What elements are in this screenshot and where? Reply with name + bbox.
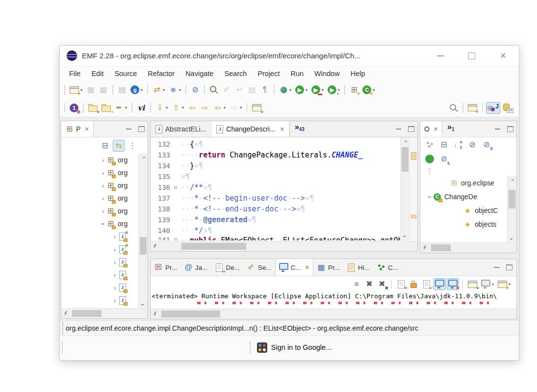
console-tab-de[interactable]: ➔De... <box>211 259 244 276</box>
dropdown-arrow-icon[interactable]: ▾ <box>289 88 291 92</box>
run-button[interactable]: ▶▾ <box>294 84 309 96</box>
back-button[interactable]: ⇦▾ <box>212 102 227 114</box>
console-tab-se[interactable]: ✐Se... <box>243 259 275 276</box>
dropdown-arrow-icon[interactable]: ▾ <box>125 105 127 110</box>
save-button[interactable]: ▦ <box>85 84 97 96</box>
minimize-view-button[interactable] <box>396 129 401 130</box>
menu-help[interactable]: Help <box>345 70 371 78</box>
tree-item[interactable]: ›⊞org <box>61 217 139 230</box>
fold-icon[interactable]: ⊖ <box>170 184 181 191</box>
save-all-button[interactable]: ▩ <box>98 84 109 96</box>
code-line[interactable]: 136⊖··/**¤¶ <box>151 182 401 193</box>
git-perspective-button[interactable]: GIT <box>501 102 513 114</box>
tree-item[interactable]: ›J <box>61 256 139 268</box>
code-line[interactable]: 140···*/¤¶ <box>151 225 401 236</box>
show-stdout-button[interactable] <box>434 278 446 290</box>
close-icon[interactable]: ✕ <box>84 126 89 132</box>
vertical-scrollbar[interactable]: › › <box>138 154 148 309</box>
close-icon[interactable]: ✕ <box>280 126 284 132</box>
open-resource-button[interactable]: ● <box>87 102 99 114</box>
chevron-collapsed-icon[interactable]: › <box>100 157 106 164</box>
google-button[interactable]: g▾ <box>129 84 144 96</box>
dropdown-arrow-icon[interactable]: ▾ <box>182 105 184 110</box>
clear-console-button[interactable]: ✕ <box>395 278 407 290</box>
profile-button[interactable]: ▶▪▾ <box>326 84 341 96</box>
outline-tree[interactable]: ⊞org.eclipse›CChangeDe◆objectC◆objects <box>420 176 508 243</box>
scrollbar-thumb[interactable] <box>72 310 102 317</box>
scrollbar-thumb[interactable] <box>181 243 246 250</box>
open-task-button[interactable]: ▪ <box>100 102 112 114</box>
vrapper-toggle[interactable]: vi <box>135 102 147 114</box>
menu-navigate[interactable]: Navigate <box>180 70 219 78</box>
chevron-collapsed-icon[interactable]: › <box>100 208 106 215</box>
sort-button[interactable]: ↓az <box>452 139 464 151</box>
link-with-editor-button[interactable]: ⇆ <box>113 140 125 152</box>
tree-item[interactable]: ›⊞org <box>61 205 139 217</box>
scroll-down-icon[interactable]: › <box>508 235 516 243</box>
debug-button[interactable]: ▾ <box>278 84 293 96</box>
dropdown-arrow-icon[interactable]: ▾ <box>179 88 181 92</box>
google-signin-button[interactable]: Sign in to Google... <box>247 341 332 353</box>
scrollbar-thumb[interactable] <box>402 147 409 172</box>
console-tab-pr[interactable]: ☒Pr... <box>151 259 180 276</box>
generate-button[interactable]: C✦▾ <box>361 84 376 96</box>
chevron-expanded-icon[interactable]: › <box>426 193 434 200</box>
focus-button[interactable] <box>424 139 435 151</box>
scroll-down-icon[interactable]: › <box>401 233 409 241</box>
chevron-collapsed-icon[interactable]: › <box>111 297 118 304</box>
tree-item[interactable]: ›CChangeDe <box>420 190 508 204</box>
menu-refactor[interactable]: Refactor <box>142 70 180 78</box>
dropdown-arrow-icon[interactable]: ▾ <box>224 105 226 110</box>
console-tab-ja[interactable]: @Ja... <box>180 259 211 276</box>
tree-item[interactable]: ◆objects <box>420 217 508 231</box>
fold-icon[interactable]: ⊖ <box>170 236 181 240</box>
horizontal-scrollbar[interactable]: › › <box>151 309 516 319</box>
maximize-view-button[interactable] <box>507 126 513 132</box>
scroll-right-icon[interactable]: › <box>61 309 69 317</box>
package-explorer-tree[interactable]: ›⊞org›⊞org›⊞org›⊞org›⊞org›⊞org›JA›JA›J›J… <box>61 154 139 309</box>
team-sync-button[interactable]: ⇄▾ <box>151 84 166 96</box>
menu-edit[interactable]: Edit <box>86 70 109 78</box>
chevron-collapsed-icon[interactable]: › <box>111 284 118 291</box>
chevron-expanded-icon[interactable]: › <box>100 220 107 227</box>
tree-item[interactable]: ›JA <box>61 230 139 243</box>
remove-launch-button[interactable]: ✖ <box>363 278 375 290</box>
scroll-up-icon[interactable]: › <box>508 176 516 184</box>
collapse-all-button[interactable]: ⊟ <box>438 139 450 151</box>
link-with-editor-doc-button[interactable]: ↩ <box>233 84 245 96</box>
tree-item[interactable]: ›⊞org <box>61 179 139 192</box>
minimize-view-button[interactable] <box>495 129 500 130</box>
tree-item[interactable]: ›⊞org <box>61 154 139 166</box>
console-tab-pr[interactable]: ▦Pr... <box>313 259 343 276</box>
code-line[interactable]: 138···*·<!--·end-user-doc·-->¤¶ <box>151 204 401 214</box>
chevron-collapsed-icon[interactable]: › <box>111 246 118 253</box>
collapse-all-button[interactable]: ⊟ <box>99 140 111 152</box>
scroll-down-icon[interactable]: › <box>139 301 147 309</box>
scroll-right-icon[interactable]: › <box>151 309 158 318</box>
dropdown-arrow-icon[interactable]: ▾ <box>163 88 165 92</box>
hide-local-types-button[interactable]: ⊘L <box>438 153 450 165</box>
scroll-right-icon[interactable]: › <box>151 241 158 250</box>
prev-annotation-button[interactable]: ⇧▾ <box>170 102 185 114</box>
terminate-button[interactable]: ■ <box>351 278 362 290</box>
dropdown-arrow-icon[interactable]: ▾ <box>306 88 307 92</box>
chevron-collapsed-icon[interactable]: › <box>100 195 106 202</box>
tree-item[interactable]: ›JA <box>61 243 139 256</box>
dropdown-arrow-icon[interactable]: ▾ <box>141 88 143 92</box>
java-perspective-button[interactable]: ⊞J <box>486 102 500 114</box>
menu-source[interactable]: Source <box>109 70 142 78</box>
remove-all-launches-button[interactable]: ✖✖ <box>376 278 388 290</box>
scroll-right-icon[interactable]: › <box>420 243 428 252</box>
minimize-view-button[interactable] <box>494 267 499 268</box>
menu-window[interactable]: Window <box>309 70 345 78</box>
code-line[interactable]: 132··{¤¶ <box>151 139 401 150</box>
view-menu-button[interactable]: ⋮ <box>127 140 138 152</box>
menu-file[interactable]: File <box>64 70 86 78</box>
hide-non-public-button[interactable] <box>424 153 435 165</box>
close-icon[interactable]: ✕ <box>305 264 309 271</box>
scrollbar-thumb[interactable] <box>161 311 220 317</box>
code-line[interactable]: 139···*·@generated¤¶ <box>151 214 401 225</box>
dropdown-arrow-icon[interactable]: ▾ <box>166 105 168 110</box>
chevron-collapsed-icon[interactable]: › <box>111 271 118 279</box>
scrollbar-thumb[interactable] <box>431 244 451 251</box>
